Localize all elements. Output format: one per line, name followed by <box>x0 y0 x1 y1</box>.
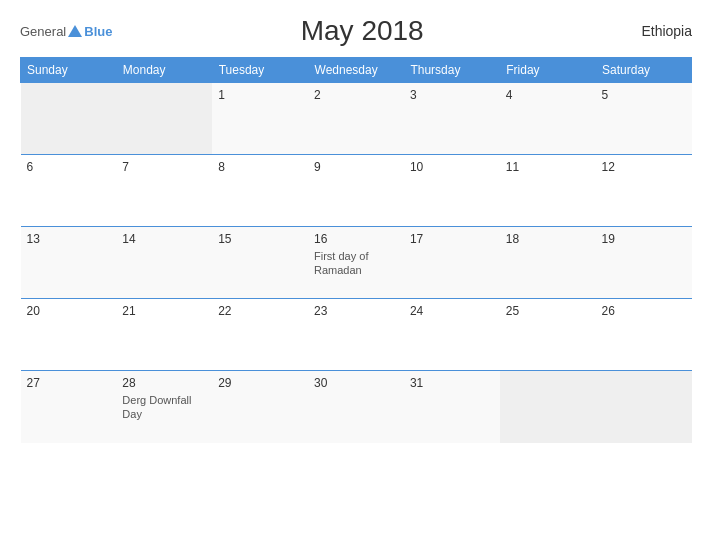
day-number: 26 <box>602 304 686 318</box>
day-number: 29 <box>218 376 302 390</box>
day-number: 31 <box>410 376 494 390</box>
calendar-title: May 2018 <box>112 15 612 47</box>
day-number: 5 <box>602 88 686 102</box>
week-row-2: 13141516First day of Ramadan171819 <box>21 227 692 299</box>
col-friday: Friday <box>500 58 596 83</box>
calendar-cell: 25 <box>500 299 596 371</box>
day-event: First day of Ramadan <box>314 249 398 278</box>
day-number: 20 <box>27 304 111 318</box>
calendar-cell: 14 <box>116 227 212 299</box>
day-number: 14 <box>122 232 206 246</box>
logo: General Blue <box>20 24 112 39</box>
calendar-cell: 8 <box>212 155 308 227</box>
calendar-cell: 10 <box>404 155 500 227</box>
day-number: 13 <box>27 232 111 246</box>
col-tuesday: Tuesday <box>212 58 308 83</box>
calendar-cell: 31 <box>404 371 500 443</box>
logo-triangle-icon <box>68 25 82 37</box>
calendar-cell <box>21 83 117 155</box>
day-number: 28 <box>122 376 206 390</box>
day-number: 27 <box>27 376 111 390</box>
week-row-1: 6789101112 <box>21 155 692 227</box>
country-name: Ethiopia <box>612 23 692 39</box>
calendar-cell: 29 <box>212 371 308 443</box>
calendar-cell: 19 <box>596 227 692 299</box>
calendar-cell <box>500 371 596 443</box>
calendar-table: Sunday Monday Tuesday Wednesday Thursday… <box>20 57 692 443</box>
day-number: 16 <box>314 232 398 246</box>
calendar-cell: 23 <box>308 299 404 371</box>
day-number: 7 <box>122 160 206 174</box>
calendar-cell: 4 <box>500 83 596 155</box>
calendar-cell: 26 <box>596 299 692 371</box>
col-saturday: Saturday <box>596 58 692 83</box>
logo-blue-text: Blue <box>84 24 112 39</box>
day-number: 23 <box>314 304 398 318</box>
calendar-cell: 9 <box>308 155 404 227</box>
day-number: 11 <box>506 160 590 174</box>
day-number: 19 <box>602 232 686 246</box>
calendar-cell: 13 <box>21 227 117 299</box>
header-row: Sunday Monday Tuesday Wednesday Thursday… <box>21 58 692 83</box>
calendar-cell: 6 <box>21 155 117 227</box>
calendar-cell: 28Derg Downfall Day <box>116 371 212 443</box>
calendar-cell: 17 <box>404 227 500 299</box>
day-number: 10 <box>410 160 494 174</box>
day-number: 24 <box>410 304 494 318</box>
day-number: 15 <box>218 232 302 246</box>
calendar-cell: 24 <box>404 299 500 371</box>
col-monday: Monday <box>116 58 212 83</box>
day-number: 21 <box>122 304 206 318</box>
day-event: Derg Downfall Day <box>122 393 206 422</box>
calendar-cell: 1 <box>212 83 308 155</box>
week-row-4: 2728Derg Downfall Day293031 <box>21 371 692 443</box>
logo-general-text: General <box>20 24 66 39</box>
calendar-cell: 16First day of Ramadan <box>308 227 404 299</box>
day-number: 6 <box>27 160 111 174</box>
calendar-cell <box>116 83 212 155</box>
calendar-cell: 27 <box>21 371 117 443</box>
day-number: 3 <box>410 88 494 102</box>
day-number: 8 <box>218 160 302 174</box>
calendar-cell: 5 <box>596 83 692 155</box>
week-row-3: 20212223242526 <box>21 299 692 371</box>
day-number: 9 <box>314 160 398 174</box>
calendar-cell: 21 <box>116 299 212 371</box>
day-number: 2 <box>314 88 398 102</box>
day-number: 4 <box>506 88 590 102</box>
calendar-cell: 20 <box>21 299 117 371</box>
calendar-cell: 3 <box>404 83 500 155</box>
week-row-0: 12345 <box>21 83 692 155</box>
calendar-cell: 22 <box>212 299 308 371</box>
day-number: 18 <box>506 232 590 246</box>
calendar-cell: 30 <box>308 371 404 443</box>
calendar-cell: 12 <box>596 155 692 227</box>
day-number: 30 <box>314 376 398 390</box>
day-number: 17 <box>410 232 494 246</box>
calendar-cell: 18 <box>500 227 596 299</box>
day-number: 25 <box>506 304 590 318</box>
calendar-page: General Blue May 2018 Ethiopia Sunday Mo… <box>0 0 712 550</box>
calendar-cell: 7 <box>116 155 212 227</box>
day-number: 22 <box>218 304 302 318</box>
day-number: 1 <box>218 88 302 102</box>
calendar-cell: 15 <box>212 227 308 299</box>
calendar-cell <box>596 371 692 443</box>
col-wednesday: Wednesday <box>308 58 404 83</box>
day-number: 12 <box>602 160 686 174</box>
calendar-cell: 11 <box>500 155 596 227</box>
calendar-cell: 2 <box>308 83 404 155</box>
header: General Blue May 2018 Ethiopia <box>20 15 692 47</box>
col-thursday: Thursday <box>404 58 500 83</box>
col-sunday: Sunday <box>21 58 117 83</box>
